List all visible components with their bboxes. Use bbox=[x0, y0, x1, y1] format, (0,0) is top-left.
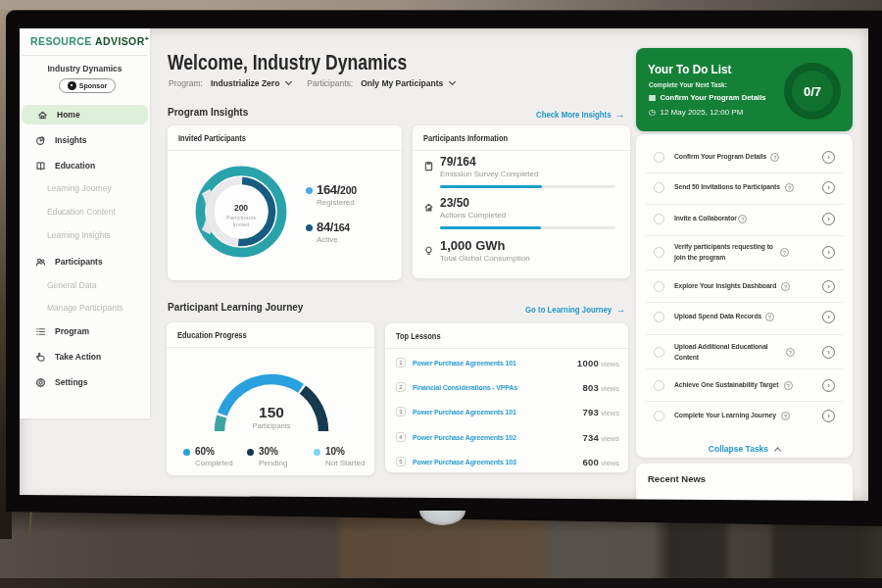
svg-text:Participants: Participants bbox=[226, 215, 256, 220]
svg-text:Invited: Invited bbox=[232, 221, 249, 227]
svg-text:200: 200 bbox=[234, 203, 248, 213]
